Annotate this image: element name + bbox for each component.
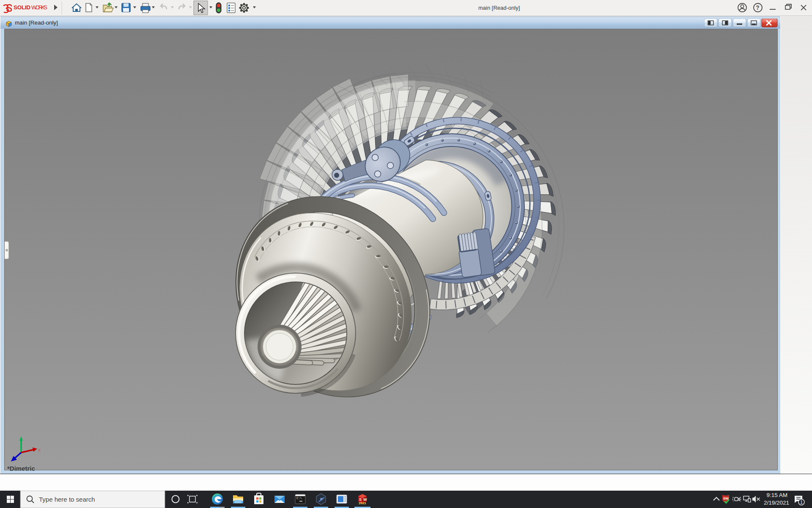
- svg-text:WORKS: WORKS: [31, 4, 47, 11]
- svg-text:main [Read-only]: main [Read-only]: [478, 5, 520, 11]
- svg-text:1: 1: [800, 500, 803, 505]
- svg-text:2021: 2021: [359, 501, 366, 505]
- svg-text:2/19/2021: 2/19/2021: [764, 500, 789, 506]
- svg-text:Type here to search: Type here to search: [39, 496, 95, 503]
- svg-text:9:15 AM: 9:15 AM: [766, 492, 787, 498]
- svg-text:x: x: [38, 447, 41, 453]
- svg-text:C:\: C:\: [296, 497, 302, 500]
- svg-text:SOLID: SOLID: [14, 4, 30, 11]
- svg-text:?: ?: [756, 4, 760, 11]
- svg-text:*Dimetric: *Dimetric: [7, 465, 35, 471]
